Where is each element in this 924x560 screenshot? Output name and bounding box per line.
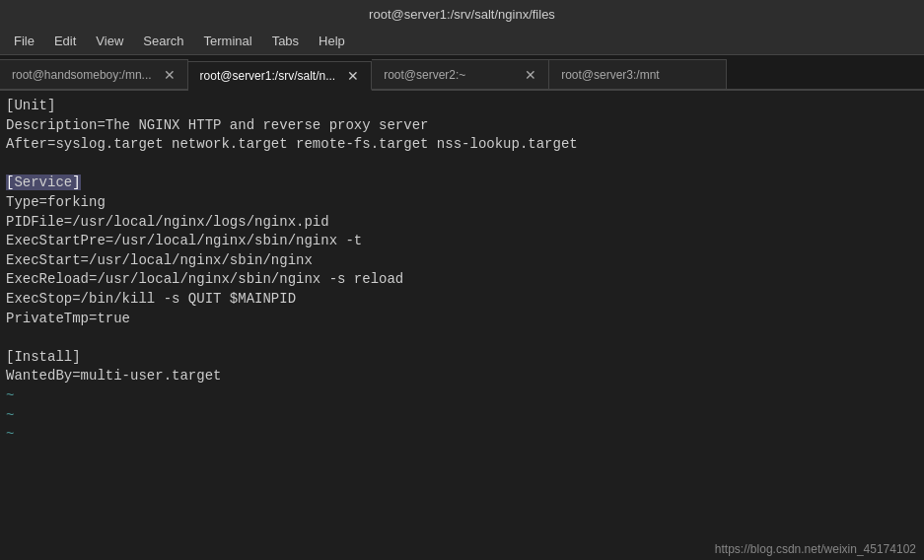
line-2: Description=The NGINX HTTP and reverse p…	[6, 116, 918, 136]
line-10: ExecReload=/usr/local/nginx/sbin/nginx -…	[6, 270, 918, 290]
line-4-empty	[6, 155, 918, 175]
line-8: ExecStartPre=/usr/local/nginx/sbin/nginx…	[6, 232, 918, 251]
line-12: PrivateTmp=true	[6, 310, 918, 329]
tab-2-close[interactable]: ✕	[347, 68, 359, 84]
service-bracket-close: ]	[72, 175, 80, 190]
tab-4[interactable]: root@server3:/mnt	[549, 59, 727, 89]
title-bar: root@server1:/srv/salt/nginx/files	[0, 0, 924, 28]
menu-file[interactable]: File	[4, 30, 44, 52]
line-3: After=syslog.target network.target remot…	[6, 135, 918, 155]
window-title: root@server1:/srv/salt/nginx/files	[369, 7, 555, 22]
line-14: [Install]	[6, 348, 918, 368]
line-tilde-2: ~	[6, 406, 918, 426]
line-1: [Unit]	[6, 97, 918, 116]
line-13-empty	[6, 328, 918, 348]
tab-2-label: root@server1:/srv/salt/n...	[200, 69, 336, 83]
tab-bar: root@handsomeboy:/mn... ✕ root@server1:/…	[0, 55, 924, 91]
menu-help[interactable]: Help	[309, 30, 355, 52]
tab-3[interactable]: root@server2:~ ✕	[372, 59, 549, 89]
menu-terminal[interactable]: Terminal	[194, 30, 262, 52]
tab-1-label: root@handsomeboy:/mn...	[12, 68, 152, 82]
tab-3-label: root@server2:~	[384, 68, 513, 82]
status-url: https://blog.csdn.net/weixin_45174102	[715, 542, 916, 556]
tab-1[interactable]: root@handsomeboy:/mn... ✕	[0, 59, 188, 89]
tab-2[interactable]: root@server1:/srv/salt/n... ✕	[188, 61, 373, 91]
menu-search[interactable]: Search	[133, 30, 193, 52]
menu-tabs[interactable]: Tabs	[262, 30, 309, 52]
tab-1-close[interactable]: ✕	[164, 67, 176, 83]
tab-4-label: root@server3:/mnt	[561, 68, 714, 82]
menu-edit[interactable]: Edit	[44, 30, 86, 52]
line-9: ExecStart=/usr/local/nginx/sbin/nginx	[6, 251, 918, 271]
terminal-content: [Unit] Description=The NGINX HTTP and re…	[0, 91, 924, 560]
line-5: [Service]	[6, 174, 918, 193]
status-bar: https://blog.csdn.net/weixin_45174102	[715, 542, 916, 556]
line-15: WantedBy=multi-user.target	[6, 367, 918, 386]
line-7: PIDFile=/usr/local/nginx/logs/nginx.pid	[6, 213, 918, 233]
line-tilde-3: ~	[6, 425, 918, 445]
line-6: Type=forking	[6, 193, 918, 213]
line-tilde-1: ~	[6, 386, 918, 406]
menu-view[interactable]: View	[86, 30, 133, 52]
menu-bar: File Edit View Search Terminal Tabs Help	[0, 28, 924, 55]
line-11: ExecStop=/bin/kill -s QUIT $MAINPID	[6, 290, 918, 310]
service-text: Service	[14, 175, 72, 190]
tab-3-close[interactable]: ✕	[525, 67, 536, 83]
